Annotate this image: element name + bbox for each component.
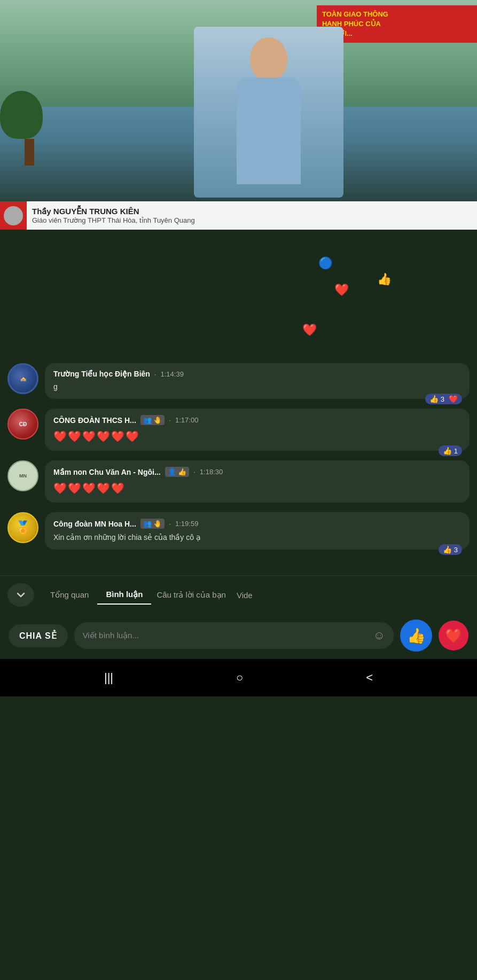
dark-section: 🔵 ❤️ 👍 ❤️ 🏫 Trường Tiểu học Điện Biên · …: [0, 230, 477, 575]
float-reaction-1: 🔵: [318, 256, 333, 270]
tree-left: [16, 91, 43, 166]
share-icon-badge: 👤 👍: [165, 467, 190, 477]
love-big-button[interactable]: ❤️: [439, 621, 468, 650]
like-badge: 👍 3 ❤️: [425, 394, 462, 404]
tab-overview[interactable]: Tổng quan: [42, 586, 97, 604]
comment-text: ❤️❤️❤️❤️❤️❤️: [53, 428, 461, 444]
share-icon-badge: 👥 🤚: [140, 415, 165, 425]
float-reaction-2: ❤️: [334, 283, 349, 297]
avatar: 🏅: [7, 512, 38, 543]
avatar: MN: [7, 460, 38, 491]
comment-input-area[interactable]: Viết bình luận... ☺: [74, 622, 394, 649]
tab-replies[interactable]: Câu trả lời của bạn: [151, 586, 231, 604]
comment-header: Trường Tiểu học Điện Biên · 1:14:39: [53, 370, 461, 378]
comment-placeholder: Viết bình luận...: [83, 631, 139, 640]
comment-bubble: CÔNG ĐOÀN THCS H... 👥 🤚 · 1:17:00 ❤️❤️❤️…: [45, 409, 470, 451]
float-reaction-3: 👍: [377, 272, 392, 286]
share-button[interactable]: CHIA SẺ: [9, 624, 68, 647]
like-icon: 👍: [443, 545, 452, 554]
reactions-area: 🔵 ❤️ 👍 ❤️: [0, 240, 477, 358]
like-badge: 👍 3: [439, 544, 462, 555]
lower-third: Thầy NGUYỄN TRUNG KIÊN Giáo viên Trường …: [0, 201, 477, 230]
person-head: [250, 37, 287, 80]
nav-home-button[interactable]: ○: [236, 671, 243, 685]
like-big-button[interactable]: 👍: [400, 620, 432, 652]
comment-text: ❤️❤️❤️❤️❤️: [53, 480, 461, 496]
lower-third-avatar: [4, 206, 23, 225]
person-body: [237, 77, 301, 184]
emoji-icon[interactable]: ☺: [373, 629, 385, 642]
tab-bar: Tổng quan Bình luận Câu trả lời của bạn …: [0, 575, 477, 612]
thumbs-up-icon: 👍: [407, 627, 426, 645]
tab-video[interactable]: Vide: [231, 586, 258, 604]
like-badge: 👍 1: [439, 445, 462, 456]
nav-back-button[interactable]: <: [366, 671, 373, 685]
heart-icon: ❤️: [445, 628, 462, 644]
chevron-down-button[interactable]: [7, 583, 34, 607]
table-row: CĐ CÔNG ĐOÀN THCS H... 👥 🤚 · 1:17:00 ❤️❤…: [7, 409, 470, 451]
video-person: [194, 27, 343, 198]
like-icon: 👍: [429, 395, 439, 403]
comment-bubble: Công đoàn MN Hoa H... 👥 🤚 · 1:19:59 Xin …: [45, 512, 470, 550]
comment-header: Công đoàn MN Hoa H... 👥 🤚 · 1:19:59: [53, 519, 461, 529]
comment-bubble: Mầm non Chu Văn An - Ngôi... 👤 👍 · 1:18:…: [45, 460, 470, 503]
nav-menu-button[interactable]: |||: [104, 671, 113, 685]
tab-comments[interactable]: Bình luận: [97, 585, 151, 605]
system-nav-bar: ||| ○ <: [0, 659, 477, 696]
comment-bubble: Trường Tiểu học Điện Biên · 1:14:39 g 👍 …: [45, 363, 470, 399]
comment-text: Xin cảm ơn những lời chia sẻ của thầy cô…: [53, 532, 461, 543]
comment-text: g: [53, 381, 461, 393]
table-row: 🏫 Trường Tiểu học Điện Biên · 1:14:39 g …: [7, 363, 470, 399]
comment-header: Mầm non Chu Văn An - Ngôi... 👤 👍 · 1:18:…: [53, 467, 461, 477]
like-icon: 👍: [443, 446, 452, 455]
avatar: 🏫: [7, 363, 38, 394]
video-player[interactable]: TOÀN GIAO THÔNG HẠNH PHÚC CỦA NGƯỜI... T…: [0, 0, 477, 230]
float-reaction-4: ❤️: [302, 323, 317, 337]
lower-third-info: Thầy NGUYỄN TRUNG KIÊN Giáo viên Trường …: [32, 207, 195, 224]
comments-section: 🏫 Trường Tiểu học Điện Biên · 1:14:39 g …: [0, 358, 477, 565]
share-icon-badge: 👥 🤚: [140, 519, 165, 529]
bottom-action-bar: CHIA SẺ Viết bình luận... ☺ 👍 ❤️: [0, 612, 477, 659]
table-row: 🏅 Công đoàn MN Hoa H... 👥 🤚 · 1:19:59 Xi…: [7, 512, 470, 550]
avatar: CĐ: [7, 409, 38, 440]
comment-header: CÔNG ĐOÀN THCS H... 👥 🤚 · 1:17:00: [53, 415, 461, 425]
table-row: MN Mầm non Chu Văn An - Ngôi... 👤 👍 · 1:…: [7, 460, 470, 503]
